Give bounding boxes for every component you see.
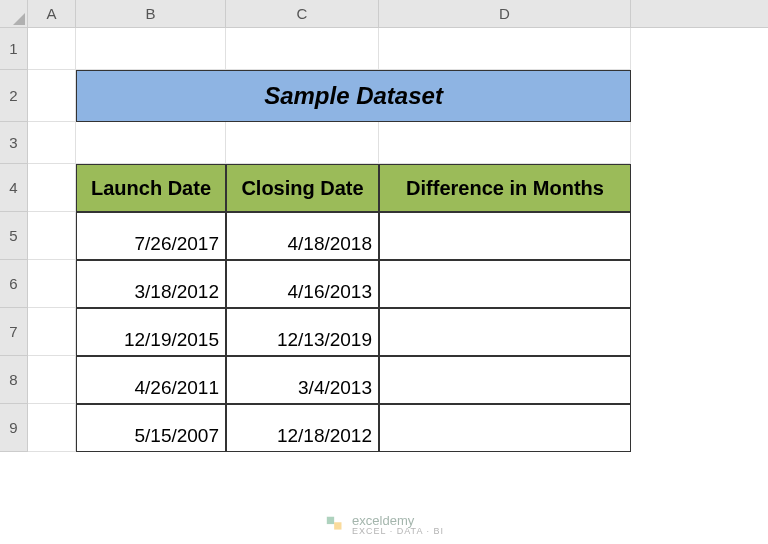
cell-C6[interactable]: 4/16/2013 [226, 260, 379, 308]
row-header-3[interactable]: 3 [0, 122, 28, 164]
cell-C9[interactable]: 12/18/2012 [226, 404, 379, 452]
select-all-icon [13, 13, 25, 25]
row-header-8[interactable]: 8 [0, 356, 28, 404]
cell-A4[interactable] [28, 164, 76, 212]
cell-B1[interactable] [76, 28, 226, 70]
cell-D5[interactable] [379, 212, 631, 260]
cell-B8[interactable]: 4/26/2011 [76, 356, 226, 404]
row-header-2[interactable]: 2 [0, 70, 28, 122]
col-header-D[interactable]: D [379, 0, 631, 28]
row-header-4[interactable]: 4 [0, 164, 28, 212]
header-closing[interactable]: Closing Date [226, 164, 379, 212]
cell-A7[interactable] [28, 308, 76, 356]
cell-A9[interactable] [28, 404, 76, 452]
cell-B3[interactable] [76, 122, 226, 164]
row-header-1[interactable]: 1 [0, 28, 28, 70]
col-header-A[interactable]: A [28, 0, 76, 28]
cell-B5[interactable]: 7/26/2017 [76, 212, 226, 260]
col-header-B[interactable]: B [76, 0, 226, 28]
row-header-6[interactable]: 6 [0, 260, 28, 308]
svg-rect-0 [327, 517, 334, 524]
watermark-tag: EXCEL · DATA · BI [352, 527, 444, 536]
cell-A3[interactable] [28, 122, 76, 164]
cell-D8[interactable] [379, 356, 631, 404]
cell-D7[interactable] [379, 308, 631, 356]
cell-A6[interactable] [28, 260, 76, 308]
watermark-icon [324, 514, 346, 536]
header-diff[interactable]: Difference in Months [379, 164, 631, 212]
cell-D6[interactable] [379, 260, 631, 308]
row-header-9[interactable]: 9 [0, 404, 28, 452]
cell-D3[interactable] [379, 122, 631, 164]
cell-A1[interactable] [28, 28, 76, 70]
cell-C5[interactable]: 4/18/2018 [226, 212, 379, 260]
watermark: exceldemy EXCEL · DATA · BI [324, 514, 444, 536]
cell-C8[interactable]: 3/4/2013 [226, 356, 379, 404]
title-cell[interactable]: Sample Dataset [76, 70, 631, 122]
col-header-C[interactable]: C [226, 0, 379, 28]
cell-C1[interactable] [226, 28, 379, 70]
svg-rect-1 [334, 522, 341, 529]
header-launch[interactable]: Launch Date [76, 164, 226, 212]
cell-A8[interactable] [28, 356, 76, 404]
row-header-5[interactable]: 5 [0, 212, 28, 260]
row-header-7[interactable]: 7 [0, 308, 28, 356]
column-headers: ABCD [28, 0, 768, 28]
grid-area: Sample DatasetLaunch DateClosing DateDif… [28, 28, 631, 452]
row-headers: 123456789 [0, 28, 28, 452]
cell-B7[interactable]: 12/19/2015 [76, 308, 226, 356]
cell-D9[interactable] [379, 404, 631, 452]
cell-A2[interactable] [28, 70, 76, 122]
cell-A5[interactable] [28, 212, 76, 260]
col-header-empty[interactable] [631, 0, 768, 28]
cell-B9[interactable]: 5/15/2007 [76, 404, 226, 452]
spreadsheet: ABCD 123456789 Sample DatasetLaunch Date… [0, 0, 768, 544]
cell-B6[interactable]: 3/18/2012 [76, 260, 226, 308]
cell-D1[interactable] [379, 28, 631, 70]
cell-C3[interactable] [226, 122, 379, 164]
cell-C7[interactable]: 12/13/2019 [226, 308, 379, 356]
select-all-corner[interactable] [0, 0, 28, 28]
